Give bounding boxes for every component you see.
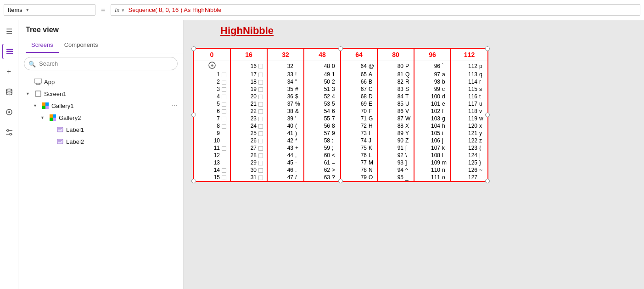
cell-3-6: 99c <box>414 85 451 93</box>
tree-item-app[interactable]: App <box>18 76 183 88</box>
cell-12-3: 60< <box>304 152 341 159</box>
svg-point-9 <box>10 133 11 135</box>
cell-6-7: 118v <box>451 108 487 115</box>
tree-item-screen1[interactable]: ▼ Screen1 <box>18 88 183 100</box>
fx-chevron-icon[interactable]: ∨ <box>121 7 124 12</box>
controls-icon-btn[interactable] <box>2 125 17 140</box>
cell-5-0: 5 <box>194 100 230 108</box>
svg-rect-15 <box>42 102 45 106</box>
tree-item-label1[interactable]: Label1 <box>18 124 183 136</box>
tree-header: Tree view <box>18 20 183 38</box>
cell-10-1: 26 <box>230 137 267 144</box>
tree-item-gallery2[interactable]: ▼ Gallery2 <box>18 112 183 124</box>
handle-bottom-right[interactable] <box>485 179 490 183</box>
cell-15-3: 63? <box>304 174 341 181</box>
tab-screens[interactable]: Screens <box>26 38 59 53</box>
cell-15-7: 127 <box>451 174 487 181</box>
cell-13-2: 45- <box>267 159 304 166</box>
svg-rect-14 <box>35 91 41 96</box>
table-row: 132945-61=77M93]109m125} <box>194 159 487 166</box>
cell-12-0: 12 <box>194 152 230 159</box>
cell-8-3: 568 <box>304 122 341 130</box>
formula-bar[interactable]: fx ∨ Sequence( 8, 0, 16 ) As HighNibble <box>111 4 640 16</box>
handle-bottom-left[interactable] <box>191 179 196 183</box>
add-icon-btn[interactable]: + <box>2 64 17 79</box>
search-input[interactable] <box>24 57 178 70</box>
cell-8-7: 120x <box>451 122 487 130</box>
cell-15-4: 79O <box>341 174 377 181</box>
svg-point-3 <box>6 89 12 91</box>
cell-6-1: 22 <box>230 108 267 115</box>
highnibble-label: HighNibble <box>220 25 274 37</box>
tree-item-app-label: App <box>44 79 179 85</box>
cell-1-4: 65A <box>341 71 377 78</box>
cell-7-5: 87W <box>377 115 414 122</box>
cell-4-7: 116t <box>451 93 487 100</box>
cell-0-4: 64@ <box>341 61 377 71</box>
cell-12-1: 28 <box>230 152 267 159</box>
cell-1-5: 81Q <box>377 71 414 78</box>
gallery2-icon <box>49 113 57 122</box>
cell-14-2: 46. <box>267 166 304 174</box>
cell-9-3: 579 <box>304 130 341 137</box>
svg-rect-0 <box>6 49 13 50</box>
cell-12-7: 124| <box>451 152 487 159</box>
table-row: 62238&54670F86V102f118v <box>194 108 487 115</box>
cell-2-3: 502 <box>304 78 341 85</box>
cell-11-2: 43+ <box>267 144 304 152</box>
layers-icon-btn[interactable] <box>2 44 17 59</box>
items-dropdown[interactable]: Items ▾ <box>4 4 95 16</box>
tree-item-label1-label: Label1 <box>66 126 179 133</box>
cell-7-4: 71G <box>341 115 377 122</box>
col-header-64: 64 <box>341 49 377 61</box>
svg-rect-22 <box>53 118 56 121</box>
handle-mid-right[interactable] <box>485 113 490 117</box>
cell-1-7: 113q <box>451 71 487 78</box>
media-icon-btn[interactable] <box>2 105 17 119</box>
cell-2-5: 82R <box>377 78 414 85</box>
table-row: 11733!49165A81Q97a113q <box>194 71 487 78</box>
gallery1-more-icon[interactable]: ··· <box>170 102 179 110</box>
cell-1-0: 1 <box>194 71 230 78</box>
database-icon-btn[interactable] <box>2 85 17 99</box>
tab-components[interactable]: Components <box>59 38 104 53</box>
cell-11-4: 75K <box>341 144 377 152</box>
handle-top-left[interactable] <box>191 46 196 51</box>
handle-mid-left[interactable] <box>191 113 196 117</box>
cell-1-3: 491 <box>304 71 341 78</box>
handle-top-mid[interactable] <box>338 46 343 51</box>
cell-10-2: 42* <box>267 137 304 144</box>
svg-rect-16 <box>45 102 49 106</box>
cell-13-5: 93] <box>377 159 414 166</box>
col-header-0: 0 <box>194 49 230 61</box>
hamburger-icon-btn[interactable]: ☰ <box>2 24 17 39</box>
cell-9-6: 105i <box>414 130 451 137</box>
label1-icon <box>56 125 64 134</box>
cell-13-4: 77M <box>341 159 377 166</box>
cell-5-4: 69E <box>341 100 377 108</box>
cell-8-4: 72H <box>341 122 377 130</box>
cell-6-6: 102f <box>414 108 451 115</box>
tree-item-gallery1[interactable]: ▼ Gallery1 ··· <box>18 100 183 112</box>
cell-11-7: 123{ <box>451 144 487 152</box>
cell-14-5: 94^ <box>377 166 414 174</box>
fx-icon: fx <box>115 6 119 13</box>
table-row: 52137%53569E85U101e117u <box>194 100 487 108</box>
cell-8-6: 104h <box>414 122 451 130</box>
gallery1-icon <box>41 102 50 110</box>
main-content: HighNibble 0 16 32 48 64 8 <box>184 20 644 289</box>
handle-top-right[interactable] <box>485 46 490 51</box>
cell-14-4: 78N <box>341 166 377 174</box>
cell-12-2: 44, <box>267 152 304 159</box>
cell-9-7: 121y <box>451 130 487 137</box>
cell-13-1: 29 <box>230 159 267 166</box>
table-row: 102642*58:74J90Z106j122z <box>194 137 487 144</box>
handle-bottom-mid[interactable] <box>338 179 343 183</box>
formula-text[interactable]: Sequence( 8, 0, 16 ) As HighNibble <box>128 6 221 13</box>
cell-10-0: 10 <box>194 137 230 144</box>
tree-item-label2[interactable]: Label2 <box>18 136 183 147</box>
cell-15-1: 31 <box>230 174 267 181</box>
cell-13-6: 109m <box>414 159 451 166</box>
cell-0-1: 16 <box>230 61 267 71</box>
cell-10-6: 106j <box>414 137 451 144</box>
